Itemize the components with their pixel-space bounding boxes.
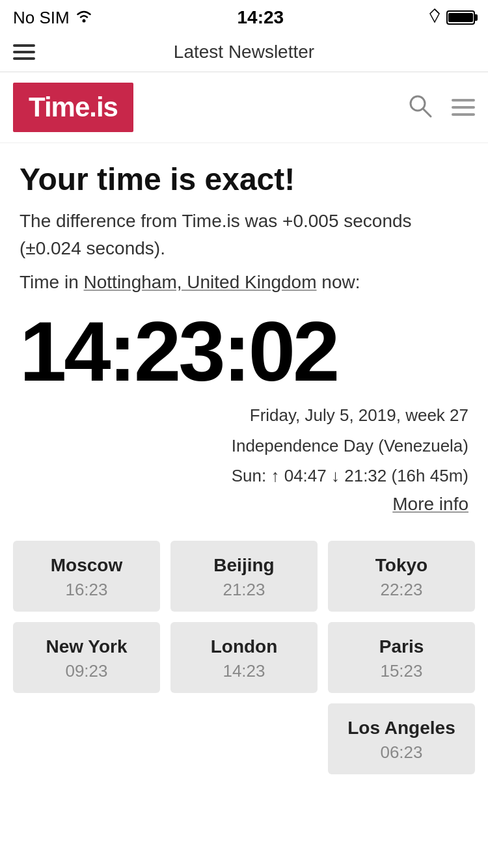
city-card-newyork[interactable]: New York 09:23	[13, 622, 160, 693]
city-name-paris: Paris	[334, 636, 468, 657]
time-description: The difference from Time.is was +0.005 s…	[20, 208, 468, 262]
city-grid: Moscow 16:23 Beijing 21:23 Tokyo 22:23 N…	[0, 528, 488, 798]
city-card-beijing[interactable]: Beijing 21:23	[170, 541, 318, 612]
date-line-1: Friday, July 5, 2019, week 27	[20, 400, 468, 431]
svg-line-2	[423, 109, 431, 116]
battery-icon	[446, 10, 475, 25]
nav-bar: Latest Newsletter	[0, 33, 488, 72]
wifi-icon	[75, 8, 93, 27]
city-card-empty-2	[170, 703, 318, 774]
city-name-losangeles: Los Angeles	[334, 718, 468, 739]
carrier-text: No SIM	[13, 8, 70, 28]
city-card-london[interactable]: London 14:23	[170, 622, 318, 693]
city-card-tokyo[interactable]: Tokyo 22:23	[328, 541, 475, 612]
city-time-tokyo: 22:23	[334, 580, 468, 600]
city-card-paris[interactable]: Paris 15:23	[328, 622, 475, 693]
city-name-tokyo: Tokyo	[334, 555, 468, 576]
city-time-newyork: 09:23	[20, 661, 154, 681]
city-time-losangeles: 06:23	[334, 742, 468, 763]
hamburger-menu-icon[interactable]	[13, 44, 35, 60]
site-menu-icon[interactable]	[452, 99, 475, 116]
city-card-losangeles[interactable]: Los Angeles 06:23	[328, 703, 475, 774]
status-bar: No SIM 14:23	[0, 0, 488, 33]
city-name-moscow: Moscow	[20, 555, 154, 576]
location-line: Time in Nottingham, United Kingdom now:	[20, 269, 468, 296]
location-name[interactable]: Nottingham, United Kingdom	[84, 272, 317, 292]
city-name-beijing: Beijing	[177, 555, 311, 576]
city-card-moscow[interactable]: Moscow 16:23	[13, 541, 160, 612]
status-right	[428, 8, 475, 28]
more-info-link[interactable]: More info	[392, 494, 468, 514]
date-info: Friday, July 5, 2019, week 27 Independen…	[20, 400, 468, 515]
status-time: 14:23	[237, 7, 284, 28]
logo-box[interactable]: Time.is	[13, 83, 133, 132]
city-time-london: 14:23	[177, 661, 311, 681]
city-time-moscow: 16:23	[20, 580, 154, 600]
city-time-paris: 15:23	[334, 661, 468, 681]
logo-bar: Time.is	[0, 72, 488, 143]
date-line-2: Independence Day (Venezuela)	[20, 431, 468, 461]
location-suffix: now:	[317, 272, 360, 292]
city-name-newyork: New York	[20, 636, 154, 657]
city-name-london: London	[177, 636, 311, 657]
date-line-3: Sun: ↑ 04:47 ↓ 21:32 (16h 45m)	[20, 461, 468, 491]
status-left: No SIM	[13, 8, 93, 28]
svg-point-0	[82, 20, 85, 23]
main-content: Your time is exact! The difference from …	[0, 143, 488, 528]
exact-title: Your time is exact!	[20, 163, 468, 197]
city-row-1: Moscow 16:23 Beijing 21:23 Tokyo 22:23	[13, 541, 475, 612]
city-card-empty-1	[13, 703, 160, 774]
more-info-line: More info	[20, 494, 468, 515]
city-row-3: Los Angeles 06:23	[13, 703, 475, 774]
location-icon	[428, 8, 441, 28]
logo-text: Time.is	[29, 92, 118, 122]
nav-title: Latest Newsletter	[174, 42, 314, 62]
location-prefix: Time in	[20, 272, 84, 292]
search-button[interactable]	[407, 93, 433, 122]
current-time-display: 14:23:02	[20, 309, 468, 394]
city-time-beijing: 21:23	[177, 580, 311, 600]
city-row-2: New York 09:23 London 14:23 Paris 15:23	[13, 622, 475, 693]
logo-icons	[407, 93, 475, 122]
